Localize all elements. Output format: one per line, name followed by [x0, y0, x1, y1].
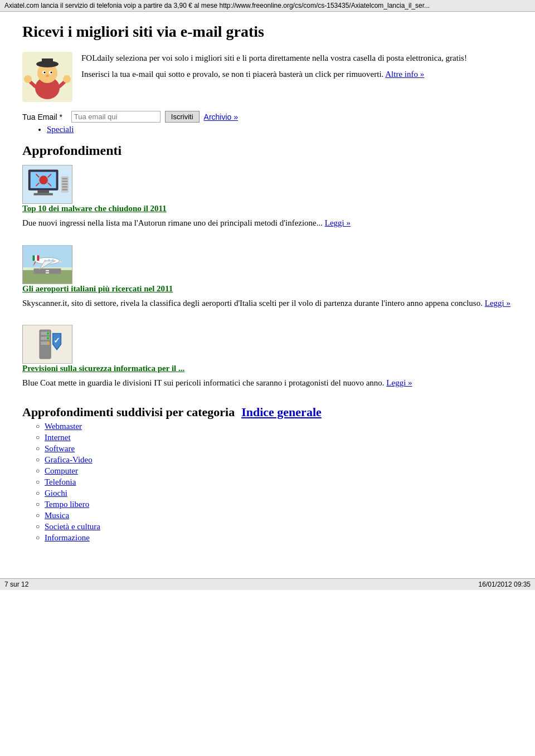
category-software-link[interactable]: Software	[45, 444, 75, 453]
article-malware-text: Due nuovi ingressi nella lista ma l'Auto…	[22, 217, 513, 230]
list-item: Webmaster	[36, 422, 513, 431]
list-item: Internet	[36, 433, 513, 442]
svg-rect-23	[34, 193, 53, 196]
category-grafica-link[interactable]: Grafica-Video	[45, 455, 93, 464]
svg-rect-4	[42, 58, 53, 65]
list-item: Tempo libero	[36, 500, 513, 509]
article-airport-link[interactable]: Gli aeroporti italiani più ricercati nel…	[22, 284, 513, 294]
category-webmaster-link[interactable]: Webmaster	[45, 422, 82, 431]
category-tempo-link[interactable]: Tempo libero	[45, 500, 89, 509]
approfondimenti-title: Approfondimenti	[22, 143, 513, 158]
svg-rect-45	[35, 255, 37, 261]
list-item: Musica	[36, 511, 513, 520]
speciali-item: Speciali	[47, 125, 513, 134]
page-content: Ricevi i migliori siti via e-mail gratis	[0, 12, 535, 567]
list-item: Informazione	[36, 533, 513, 543]
svg-point-52	[47, 332, 49, 334]
email-label: Tua Email *	[22, 113, 62, 121]
list-item: Società e cultura	[36, 522, 513, 531]
article-malware: Top 10 dei malware che chiudono il 2011 …	[22, 165, 513, 230]
list-item: Software	[36, 444, 513, 453]
article-malware-image	[22, 165, 72, 204]
browser-tab: Axiatel.com lancia il servizio di telefo…	[0, 0, 535, 12]
article-security-leggi[interactable]: Leggi »	[386, 378, 412, 387]
svg-text:✓: ✓	[54, 336, 60, 345]
archivio-link[interactable]: Archivio »	[204, 113, 238, 121]
article-security-image: ✓	[22, 325, 72, 364]
speciali-list: Speciali	[22, 125, 513, 134]
foldaily-image	[22, 52, 72, 102]
foldaily-instruction: Inserisci la tua e-mail qui sotto e prov…	[81, 68, 467, 81]
svg-point-42	[48, 259, 50, 261]
list-item: Giochi	[36, 489, 513, 498]
svg-point-43	[44, 260, 46, 262]
article-security-text: Blue Coat mette in guardia le divisioni …	[22, 377, 513, 389]
article-airport-text: Skyscanner.it, sito di settore, rivela l…	[22, 297, 513, 310]
svg-rect-25	[62, 178, 67, 179]
svg-rect-22	[37, 191, 49, 193]
category-computer-link[interactable]: Computer	[45, 466, 78, 475]
svg-rect-29	[62, 189, 67, 191]
article-malware-leggi[interactable]: Leggi »	[325, 218, 351, 227]
svg-point-13	[63, 75, 71, 83]
article-airport-image	[22, 245, 72, 284]
email-signup-row: Tua Email * Iscriviti Archivio »	[22, 111, 513, 123]
foldaily-text: FOLdaily seleziona per voi solo i miglio…	[81, 52, 467, 80]
category-internet-link[interactable]: Internet	[45, 433, 71, 442]
email-input[interactable]	[71, 111, 160, 123]
svg-rect-26	[62, 181, 67, 182]
article-malware-link[interactable]: Top 10 dei malware che chiudono il 2011	[22, 204, 513, 213]
svg-point-7	[44, 72, 46, 74]
svg-rect-28	[62, 186, 67, 188]
category-giochi-link[interactable]: Giochi	[45, 489, 67, 498]
list-item: Computer	[36, 466, 513, 476]
svg-point-12	[24, 75, 32, 83]
foldaily-section: FOLdaily seleziona per voi solo i miglio…	[22, 52, 513, 102]
categories-title: Approfondimenti suddivisi per categoria	[22, 405, 235, 419]
svg-rect-35	[46, 272, 49, 273]
article-airport-leggi[interactable]: Leggi »	[485, 299, 510, 308]
category-musica-link[interactable]: Musica	[45, 511, 69, 520]
category-societa-link[interactable]: Società e cultura	[45, 522, 100, 531]
categories-section: Approfondimenti suddivisi per categoria …	[22, 405, 513, 543]
svg-rect-44	[33, 255, 35, 261]
page-title: Ricevi i migliori siti via e-mail gratis	[22, 23, 513, 41]
svg-point-9	[46, 75, 49, 77]
svg-point-54	[47, 342, 49, 344]
svg-point-53	[47, 337, 49, 339]
category-informazione-link[interactable]: Informazione	[45, 533, 90, 542]
indice-generale-link[interactable]: Indice generale	[241, 405, 322, 419]
svg-point-41	[52, 259, 54, 261]
status-bar: 7 sur 12 16/01/2012 09:35	[0, 578, 535, 590]
iscriviti-button[interactable]: Iscriviti	[165, 111, 200, 123]
article-security-link[interactable]: Previsioni sulla sicurezza informatica p…	[22, 364, 513, 373]
list-item: Telefonia	[36, 477, 513, 487]
svg-rect-27	[62, 183, 67, 185]
article-airport: Gli aeroporti italiani più ricercati nel…	[22, 245, 513, 310]
svg-point-8	[51, 72, 52, 74]
svg-rect-34	[46, 270, 49, 271]
svg-rect-46	[37, 255, 39, 261]
article-security: ✓ Previsioni sulla sicurezza informatica…	[22, 325, 513, 389]
category-list: Webmaster Internet Software Grafica-Vide…	[22, 422, 513, 543]
svg-point-17	[39, 175, 48, 184]
speciali-link[interactable]: Speciali	[47, 125, 74, 134]
list-item: Grafica-Video	[36, 455, 513, 465]
datetime: 16/01/2012 09:35	[479, 581, 531, 588]
page-info: 7 sur 12	[4, 581, 28, 588]
foldaily-description: FOLdaily seleziona per voi solo i miglio…	[81, 52, 467, 65]
category-telefonia-link[interactable]: Telefonia	[45, 477, 76, 486]
altre-info-link[interactable]: Altre info »	[385, 70, 424, 79]
